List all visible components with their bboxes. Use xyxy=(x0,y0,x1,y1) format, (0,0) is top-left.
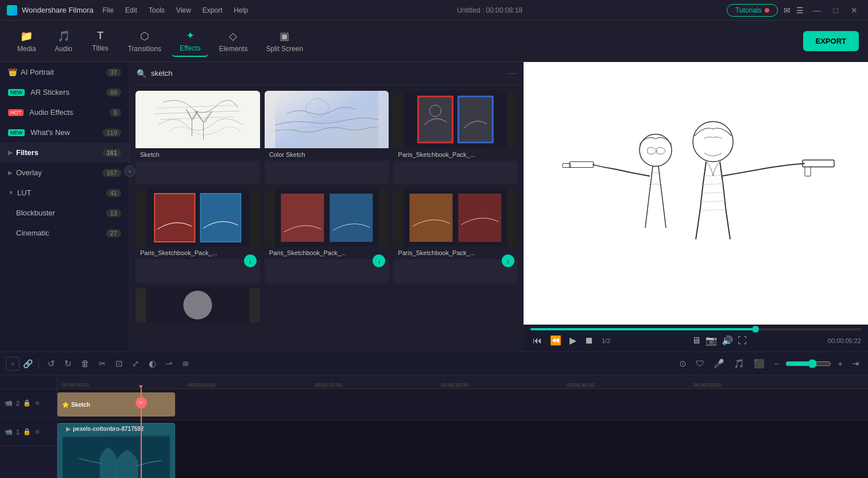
titles-label: Titles xyxy=(92,44,108,52)
fullscreen-icon[interactable]: ⛶ xyxy=(735,333,749,348)
audio-duck-button[interactable]: 🎵 xyxy=(731,357,747,371)
cut-button[interactable]: ✂ xyxy=(96,357,109,371)
menu-export[interactable]: Export xyxy=(198,5,227,16)
menu-help[interactable]: Help xyxy=(229,5,253,16)
paris3-download-icon[interactable]: ↓ xyxy=(373,255,385,267)
effects-content: 🔍 ⋯ xyxy=(130,62,524,352)
effect-item-sketch[interactable]: Sketch xyxy=(135,91,260,184)
volume-icon[interactable]: 🔊 xyxy=(719,333,735,348)
rewind-button[interactable]: ⏮ xyxy=(530,333,544,348)
toolbar-transitions[interactable]: ⬡ Transitions xyxy=(120,26,169,56)
sidebar-label-whats-new: What's New xyxy=(30,128,70,137)
timeline-ruler[interactable]: 00:00:00:00 00:00:10:00 00:00:20:00 00:0… xyxy=(57,375,868,389)
delete-button[interactable]: 🗑 xyxy=(78,357,92,370)
media-label: Media xyxy=(17,45,36,53)
toolbar-effects[interactable]: ✦ Effects xyxy=(172,26,208,57)
toolbar-audio[interactable]: 🎵 Audio xyxy=(46,26,81,56)
mail-icon[interactable]: ✉ xyxy=(784,6,790,15)
undo-button[interactable]: ↺ xyxy=(45,357,58,371)
sidebar-item-ar-stickers[interactable]: NEW AR Stickers 69 xyxy=(0,82,129,102)
menu-edit[interactable]: Edit xyxy=(121,5,142,16)
menu-file[interactable]: File xyxy=(98,5,118,16)
monitor-icon[interactable]: 🖥 xyxy=(689,333,703,348)
sidebar-item-ai-portrait[interactable]: 👑 AI Portrait 37 xyxy=(0,62,129,82)
app-logo xyxy=(7,5,17,16)
track1-eye-icon[interactable]: 👁 xyxy=(34,429,41,435)
stop-button[interactable]: ⏹ xyxy=(582,333,596,348)
link-button[interactable]: 🔗 xyxy=(23,359,33,368)
toolbar-titles[interactable]: T Titles xyxy=(83,26,118,56)
overlay-chevron-icon: ▶ xyxy=(8,169,13,176)
split-screen-label: Split Screen xyxy=(266,45,303,53)
crop-button[interactable]: ⊡ xyxy=(113,357,126,371)
paris2-download-icon[interactable]: ↓ xyxy=(244,255,257,267)
motion-track-button[interactable]: ⊙ xyxy=(676,357,689,371)
titles-icon: T xyxy=(97,30,103,42)
zoom-slider[interactable] xyxy=(785,359,831,368)
sidebar-item-lut[interactable]: ▼ LUT 41 xyxy=(0,183,129,203)
effect-item-paris4[interactable]: ↓ Paris_Sketchbook_Pack_... xyxy=(393,189,518,283)
step-back-button[interactable]: ⏪ xyxy=(548,333,564,348)
sidebar-item-cinematic[interactable]: Cinematic 27 xyxy=(0,223,129,243)
sidebar-item-whats-new[interactable]: NEW What's New 119 xyxy=(0,122,129,142)
color-button[interactable]: ◐ xyxy=(146,357,159,371)
menu-icon[interactable]: ☰ xyxy=(796,6,804,15)
toolbar-media[interactable]: 📁 Media xyxy=(9,26,44,56)
progress-bar[interactable] xyxy=(530,328,861,330)
sidebar-label-audio-effects: Audio Effects xyxy=(29,108,73,117)
zoom-in-button[interactable]: + xyxy=(835,357,846,370)
blockbuster-count: 13 xyxy=(106,209,121,217)
menu-view[interactable]: View xyxy=(172,5,196,16)
track2-lock-icon[interactable]: 🔒 xyxy=(23,399,31,407)
video-clip[interactable]: ▶ pexels-cottonbro-8717592 xyxy=(57,423,175,478)
export-button[interactable]: EXPORT xyxy=(803,31,859,51)
expand-button[interactable]: ⇥ xyxy=(849,357,862,371)
sidebar-item-blockbuster[interactable]: Blockbuster 13 xyxy=(0,203,129,223)
effect-item-color-sketch[interactable]: Color Sketch xyxy=(265,91,389,184)
play-button[interactable]: ▶ xyxy=(567,333,579,348)
track2-eye-icon[interactable]: 👁 xyxy=(34,400,41,407)
menu-tools[interactable]: Tools xyxy=(144,5,169,16)
playback-controls: ⏮ ⏪ ▶ ⏹ xyxy=(530,333,596,348)
playhead-handle[interactable]: ✂ xyxy=(135,397,147,408)
zoom-out-button[interactable]: − xyxy=(771,357,782,370)
audio-detach-button[interactable]: 🎤 xyxy=(711,357,727,371)
maximize-button[interactable]: □ xyxy=(830,6,842,15)
progress-fill xyxy=(530,328,755,330)
timeline-toolbar: + 🔗 ↺ ↻ 🗑 ✂ ⊡ ⤢ ◐ ⇀ ≋ ⊙ 🛡 🎤 🎵 ⬛ − + ⇥ xyxy=(0,352,868,375)
ai-cutout-button[interactable]: 🛡 xyxy=(693,357,707,370)
effects-clip[interactable]: ⭐ Sketch xyxy=(57,392,175,417)
color-sketch-label: Color Sketch xyxy=(265,148,389,161)
grid-view-icon[interactable]: ⋯ xyxy=(507,68,517,79)
tutorials-button[interactable]: Tutorials xyxy=(727,4,778,17)
track1-lock-icon[interactable]: 🔒 xyxy=(23,428,31,435)
redo-button[interactable]: ↻ xyxy=(61,357,75,371)
stabilize-button[interactable]: ≋ xyxy=(179,357,192,371)
toolbar-split-screen[interactable]: ▣ Split Screen xyxy=(258,26,311,56)
sidebar-item-audio-effects[interactable]: HOT Audio Effects 5 xyxy=(0,102,129,122)
paris4-download-icon[interactable]: ↓ xyxy=(502,255,514,267)
timeline-sidebar: 📹 2 🔒 👁 📹 1 🔒 👁 xyxy=(0,375,57,478)
render-button[interactable]: ⬛ xyxy=(751,357,768,371)
paris4-thumbnail xyxy=(393,189,518,246)
sidebar-item-filters[interactable]: ▶ Filters 161 xyxy=(0,142,129,163)
effect-item-paris2[interactable]: ↓ Paris_Sketchbook_Pack_... xyxy=(135,189,260,283)
minimize-button[interactable]: — xyxy=(809,6,824,15)
add-track-button[interactable]: + xyxy=(6,357,20,371)
speed-button[interactable]: ⇀ xyxy=(162,357,176,371)
hot-badge-audio: HOT xyxy=(8,109,24,116)
close-button[interactable]: ✕ xyxy=(847,6,861,15)
sidebar-item-overlay[interactable]: ▶ Overlay 167 xyxy=(0,163,129,183)
elements-label: Elements xyxy=(219,45,247,53)
toolbar-elements[interactable]: ◇ Elements xyxy=(211,26,255,56)
controls-row: ⏮ ⏪ ▶ ⏹ 1/2 🖥 📷 🔊 ⛶ 00:00:05:22 xyxy=(530,333,861,348)
sidebar-collapse-button[interactable]: ‹ xyxy=(124,165,135,177)
effect-item-paris3[interactable]: ↓ Paris_Sketchbook_Pack_... xyxy=(265,189,389,283)
search-input[interactable] xyxy=(151,69,503,78)
snapshot-icon[interactable]: 📷 xyxy=(703,333,719,348)
transform-button[interactable]: ⤢ xyxy=(129,357,142,371)
effect-item-paris1[interactable]: Paris_Sketchbook_Pack_... xyxy=(393,91,518,184)
effect-item-paris5[interactable] xyxy=(135,288,260,322)
paris1-thumbnail xyxy=(393,91,518,148)
time-fraction: 1/2 xyxy=(602,337,610,344)
